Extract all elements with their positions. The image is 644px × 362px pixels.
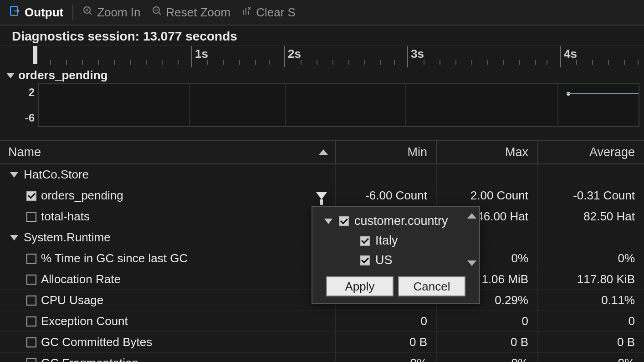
- output-label: Output: [25, 5, 63, 20]
- apply-button[interactable]: Apply: [326, 276, 394, 296]
- filter-icon[interactable]: [316, 192, 327, 199]
- row-name: Allocation Rate: [41, 272, 121, 286]
- row-name: % Time in GC since last GC: [41, 251, 188, 265]
- filter-group-row[interactable]: customer.country: [316, 211, 475, 231]
- chart-title-row[interactable]: orders_pending: [5, 67, 639, 83]
- chart-plot[interactable]: [38, 83, 639, 127]
- row-name: CPU Usage: [41, 293, 103, 307]
- table-row[interactable]: GC Fragmentation 0% 0% 0%: [0, 353, 644, 362]
- col-avg[interactable]: Average: [538, 141, 644, 163]
- filter-option-label: Italy: [375, 234, 398, 248]
- table-header: Name Min Max Average: [0, 141, 644, 164]
- collapse-icon: [10, 235, 18, 240]
- playhead[interactable]: [33, 46, 37, 64]
- row-checkbox[interactable]: [26, 191, 36, 201]
- table-row[interactable]: Exception Count 0 0 0: [0, 311, 644, 332]
- output-button[interactable]: Output: [5, 3, 68, 22]
- clear-selection-icon: [241, 5, 252, 20]
- filter-option-row[interactable]: US: [316, 250, 475, 270]
- timeline-ruler[interactable]: 1s 2s 3s 4s: [0, 46, 644, 67]
- chart-section: orders_pending 2 -6: [0, 67, 644, 130]
- filter-option-checkbox[interactable]: [360, 236, 370, 246]
- filter-group-checkbox[interactable]: [339, 216, 349, 226]
- row-name: total-hats: [41, 209, 90, 224]
- session-header: Diagnostics session: 13.077 seconds: [0, 25, 644, 44]
- row-checkbox[interactable]: [26, 254, 36, 264]
- sort-asc-icon: [319, 149, 328, 155]
- cell-min: -6.00 Count: [336, 185, 437, 206]
- chart-title: orders_pending: [18, 68, 107, 82]
- col-min[interactable]: Min: [336, 141, 437, 163]
- reset-zoom-button[interactable]: Reset Zoom: [147, 4, 235, 21]
- zoom-reset-icon: [152, 5, 163, 20]
- cancel-button[interactable]: Cancel: [398, 276, 465, 296]
- row-checkbox[interactable]: [26, 212, 36, 222]
- chart-y-top: 2: [29, 86, 35, 99]
- chart-y-bottom: -6: [25, 112, 35, 124]
- row-checkbox[interactable]: [26, 358, 36, 362]
- clear-label: Clear S: [256, 5, 296, 20]
- collapse-icon: [10, 172, 18, 178]
- session-prefix: Diagnostics session:: [12, 29, 143, 43]
- row-name: Exception Count: [41, 314, 128, 328]
- zoom-in-label: Zoom In: [97, 5, 140, 20]
- filter-group-label: customer.country: [354, 214, 448, 228]
- filter-popup: customer.country Italy US Apply Cancel: [312, 206, 480, 304]
- row-name: GC Fragmentation: [41, 356, 138, 362]
- collapse-icon: [6, 73, 15, 78]
- ruler-tick-1: 1s: [195, 47, 208, 61]
- table-row[interactable]: GC Committed Bytes 0 B 0 B 0 B: [0, 332, 644, 353]
- row-checkbox[interactable]: [26, 337, 36, 347]
- reset-zoom-label: Reset Zoom: [166, 5, 231, 20]
- filter-option-row[interactable]: Italy: [316, 231, 475, 250]
- session-duration: 13.077 seconds: [143, 29, 237, 43]
- row-checkbox[interactable]: [26, 296, 36, 306]
- zoom-in-button[interactable]: Zoom In: [78, 4, 145, 21]
- col-max[interactable]: Max: [437, 141, 538, 163]
- table-row[interactable]: orders_pending -6.00 Count 2.00 Count -0…: [0, 185, 644, 206]
- clear-selection-button[interactable]: Clear S: [237, 4, 300, 21]
- ruler-tick-2: 2s: [288, 47, 301, 61]
- row-checkbox[interactable]: [26, 275, 36, 285]
- filter-option-checkbox[interactable]: [360, 255, 370, 265]
- zoom-in-icon: [82, 5, 93, 20]
- row-checkbox[interactable]: [26, 316, 36, 326]
- toolbar: Output Zoom In Reset Zoom Clear S: [0, 0, 644, 25]
- output-icon: [9, 5, 21, 20]
- group-label: System.Runtime: [24, 230, 111, 245]
- cell-max: 2.00 Count: [437, 185, 538, 206]
- ruler-tick-4: 4s: [564, 47, 577, 61]
- row-name: orders_pending: [41, 189, 123, 203]
- collapse-icon: [324, 219, 332, 224]
- col-name[interactable]: Name: [0, 141, 336, 163]
- group-header[interactable]: HatCo.Store: [0, 164, 644, 185]
- filter-option-label: US: [375, 253, 393, 267]
- toolbar-divider: [72, 5, 73, 20]
- chart-y-axis: 2 -6: [5, 83, 38, 127]
- cell-avg: -0.31 Count: [538, 185, 644, 206]
- group-label: HatCo.Store: [24, 168, 89, 182]
- ruler-tick-3: 3s: [411, 47, 424, 61]
- cell-avg: 82.50 Hat: [538, 206, 644, 227]
- row-name: GC Committed Bytes: [41, 335, 152, 349]
